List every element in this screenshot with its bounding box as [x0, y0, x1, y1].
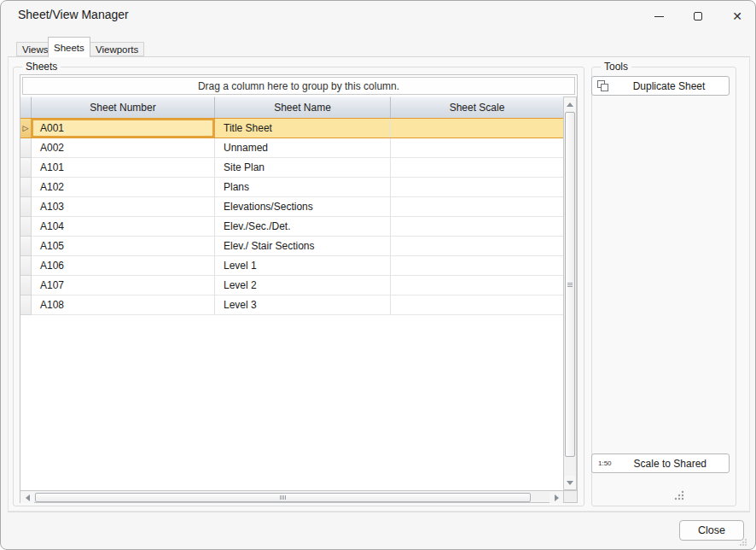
cell-text: Site Plan	[224, 161, 265, 173]
window-close-button[interactable]: ✕	[718, 3, 756, 29]
grid-header-row: Sheet Number Sheet Name Sheet Scale	[20, 97, 563, 119]
cell-sheet-scale[interactable]	[391, 158, 563, 178]
sheets-grid: Drag a column here to group by this colu…	[20, 74, 578, 503]
table-row[interactable]: A105 Elev./ Stair Sections	[20, 237, 563, 256]
row-indicator-cell[interactable]	[20, 217, 32, 237]
cell-sheet-name[interactable]: Level 2	[215, 276, 391, 295]
arrow-down-icon	[567, 481, 573, 485]
cell-sheet-scale[interactable]	[391, 295, 563, 315]
cell-sheet-name[interactable]: Level 3	[215, 295, 391, 315]
scale-to-shared-button[interactable]: 1:50 Scale to Shared	[591, 453, 730, 473]
header-sheet-name[interactable]: Sheet Name	[215, 97, 391, 119]
resize-grip-icon[interactable]	[672, 489, 687, 502]
cell-sheet-number[interactable]: A106	[32, 256, 215, 276]
row-indicator-cell[interactable]	[20, 295, 32, 315]
table-row[interactable]: A102 Plans	[20, 178, 563, 197]
scale-badge: 1:50	[598, 459, 612, 467]
cell-sheet-scale[interactable]	[391, 138, 563, 158]
group-by-panel[interactable]: Drag a column here to group by this colu…	[22, 77, 575, 95]
cell-sheet-number[interactable]: A001	[32, 119, 215, 138]
cell-text: Title Sheet	[224, 122, 272, 134]
cell-text: A104	[40, 220, 64, 232]
table-row[interactable]: A107 Level 2	[20, 276, 563, 295]
cell-sheet-scale[interactable]	[391, 276, 563, 295]
row-indicator-cell[interactable]	[20, 178, 32, 197]
table-row[interactable]: A002 Unnamed	[20, 138, 563, 158]
horizontal-scrollbar[interactable]	[20, 490, 563, 502]
cell-text: A102	[40, 181, 64, 193]
vertical-scrollbar-thumb[interactable]	[565, 112, 575, 457]
cell-sheet-name[interactable]: Title Sheet	[215, 119, 391, 138]
cell-sheet-number[interactable]: A101	[32, 158, 215, 178]
header-sheet-number-label: Sheet Number	[90, 102, 155, 114]
tools-groupbox-label: Tools	[601, 61, 631, 73]
table-row[interactable]: A101 Site Plan	[20, 158, 563, 178]
cell-sheet-number[interactable]: A103	[32, 197, 215, 217]
table-row[interactable]: A103 Elevations/Sections	[20, 197, 563, 217]
scroll-up-button[interactable]	[564, 97, 576, 111]
cell-sheet-name[interactable]: Elevations/Sections	[215, 197, 391, 217]
cell-sheet-name[interactable]: Plans	[215, 178, 391, 197]
cell-sheet-scale[interactable]	[391, 197, 563, 217]
cell-text: A108	[40, 299, 64, 311]
cell-text: Elev./Sec./Det.	[224, 220, 290, 232]
row-indicator-cell[interactable]	[20, 158, 32, 178]
window-title: Sheet/View Manager	[18, 8, 129, 21]
duplicate-sheet-label: Duplicate Sheet	[609, 80, 729, 92]
cell-text: Level 2	[224, 279, 257, 291]
duplicate-icon	[597, 80, 609, 92]
cell-sheet-number[interactable]: A002	[32, 138, 215, 158]
cell-sheet-name[interactable]: Unnamed	[215, 138, 391, 158]
cell-sheet-scale[interactable]	[391, 178, 563, 197]
window-resize-grip-icon[interactable]	[738, 537, 748, 547]
cell-sheet-number[interactable]: A108	[32, 295, 215, 315]
table-row[interactable]: A108 Level 3	[20, 295, 563, 315]
tab-strip-divider	[8, 56, 750, 57]
cell-sheet-scale[interactable]	[391, 256, 563, 276]
cell-text: Elevations/Sections	[224, 201, 313, 213]
header-row-indicator[interactable]	[20, 97, 32, 119]
minimize-button[interactable]	[640, 3, 677, 29]
cell-sheet-scale[interactable]	[391, 119, 563, 138]
cell-sheet-number[interactable]: A102	[32, 178, 215, 197]
horizontal-scrollbar-thumb[interactable]	[35, 493, 531, 502]
row-indicator-cell[interactable]	[20, 276, 32, 295]
cell-sheet-name[interactable]: Level 1	[215, 256, 391, 276]
cell-sheet-scale[interactable]	[391, 237, 563, 256]
duplicate-sheet-button[interactable]: Duplicate Sheet	[591, 76, 730, 96]
vertical-scrollbar[interactable]	[563, 97, 577, 490]
maximize-icon	[694, 12, 702, 20]
cell-sheet-number[interactable]: A104	[32, 217, 215, 237]
tab-sheets[interactable]: Sheets	[48, 37, 90, 57]
cell-text: A002	[40, 142, 64, 154]
table-row[interactable]: A106 Level 1	[20, 256, 563, 276]
cell-sheet-number[interactable]: A105	[32, 237, 215, 256]
header-sheet-scale[interactable]: Sheet Scale	[391, 97, 563, 119]
row-indicator-cell[interactable]	[20, 138, 32, 158]
footer-divider	[8, 512, 750, 512]
row-indicator-cell[interactable]	[20, 237, 32, 256]
cell-sheet-name[interactable]: Site Plan	[215, 158, 391, 178]
row-indicator-cell[interactable]	[20, 197, 32, 217]
cell-sheet-name[interactable]: Elev./Sec./Det.	[215, 217, 391, 237]
scroll-right-button[interactable]	[550, 492, 563, 503]
close-button[interactable]: Close	[679, 520, 744, 541]
header-sheet-number[interactable]: Sheet Number	[32, 97, 215, 119]
table-row[interactable]: A104 Elev./Sec./Det.	[20, 217, 563, 237]
cell-sheet-name[interactable]: Elev./ Stair Sections	[215, 237, 391, 256]
row-indicator-cell[interactable]	[20, 256, 32, 276]
maximize-button[interactable]	[679, 3, 717, 29]
table-row[interactable]: ▷ A001 Title Sheet	[20, 118, 563, 138]
cell-sheet-scale[interactable]	[391, 217, 563, 237]
cell-text: A103	[40, 201, 64, 213]
cell-sheet-number[interactable]: A107	[32, 276, 215, 295]
cell-text: Unnamed	[224, 142, 268, 154]
minimize-icon	[654, 16, 664, 17]
scroll-down-button[interactable]	[564, 476, 576, 489]
tab-viewports[interactable]: Viewports	[90, 42, 144, 56]
scroll-left-button[interactable]	[20, 492, 34, 503]
sheets-groupbox-label: Sheets	[22, 61, 61, 73]
cell-text: A106	[40, 260, 64, 272]
row-indicator-cell[interactable]: ▷	[20, 119, 32, 138]
scale-to-shared-label: Scale to Shared	[612, 458, 729, 470]
